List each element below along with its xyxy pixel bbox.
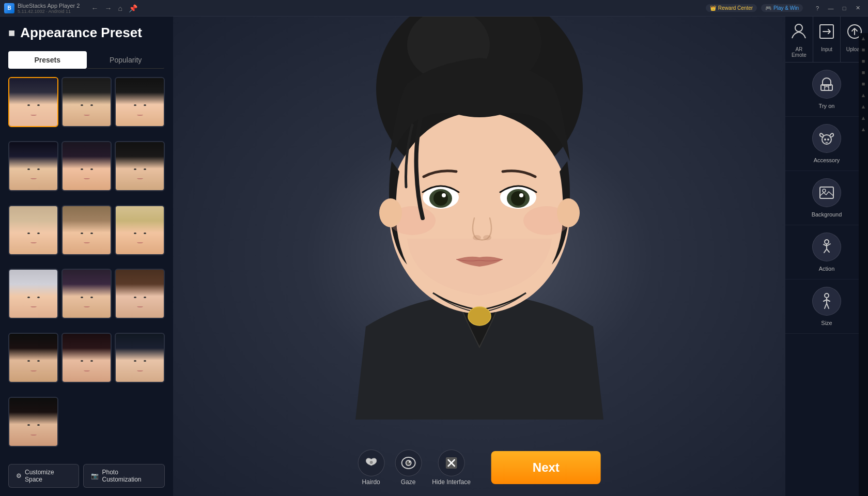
restore-button[interactable]: □ bbox=[838, 4, 850, 13]
svg-point-36 bbox=[827, 138, 829, 141]
svg-point-38 bbox=[823, 189, 826, 192]
play-win-label: Play & Win bbox=[773, 5, 799, 11]
list-item[interactable] bbox=[115, 205, 165, 255]
titlebar-right: 👑 Reward Center 🎮 Play & Win ? — □ ✕ bbox=[706, 4, 864, 13]
nav-home-icon[interactable]: ⌂ bbox=[118, 4, 122, 12]
strip-icon-8: ▲ bbox=[861, 115, 866, 121]
list-item[interactable] bbox=[115, 333, 165, 383]
header-icon: ■ bbox=[8, 26, 15, 40]
nav-forward-icon[interactable]: → bbox=[104, 4, 112, 12]
hairdo-icon bbox=[358, 450, 384, 476]
try-on-label: Try on bbox=[819, 103, 835, 109]
app-title: BlueStacks App Player 2 bbox=[18, 3, 80, 9]
titlebar: B BlueStacks App Player 2 5.11.42.1002 ·… bbox=[0, 0, 868, 17]
titlebar-nav: ← → ⌂ 📌 bbox=[91, 4, 137, 12]
strip-icon-2: ■ bbox=[862, 47, 865, 53]
accessory-icon bbox=[812, 124, 841, 153]
tab-popularity[interactable]: Popularity bbox=[87, 51, 165, 69]
try-on-icon bbox=[812, 70, 841, 99]
hide-interface-icon bbox=[438, 450, 464, 476]
play-icon: 🎮 bbox=[765, 5, 771, 11]
size-button[interactable]: Size bbox=[785, 280, 868, 334]
background-icon bbox=[812, 178, 841, 207]
photo-customization-button[interactable]: 📷 Photo Customization bbox=[83, 464, 165, 488]
svg-point-18 bbox=[557, 198, 580, 227]
reward-label: Reward Center bbox=[718, 5, 753, 11]
next-button[interactable]: Next bbox=[491, 451, 601, 484]
close-button[interactable]: ✕ bbox=[851, 4, 864, 13]
strip-icon-4: ■ bbox=[862, 69, 865, 75]
customize-space-button[interactable]: ⚙ Customize Space bbox=[8, 464, 79, 488]
list-item[interactable] bbox=[61, 141, 112, 191]
list-item[interactable] bbox=[8, 205, 58, 255]
photo-label: Photo Customization bbox=[102, 469, 157, 483]
background-label: Background bbox=[812, 211, 842, 218]
list-item[interactable] bbox=[8, 397, 58, 447]
nav-back-icon[interactable]: ← bbox=[91, 4, 98, 12]
list-item[interactable] bbox=[61, 333, 112, 383]
list-item[interactable] bbox=[8, 141, 58, 191]
list-item[interactable] bbox=[115, 269, 165, 319]
list-item[interactable] bbox=[115, 77, 165, 127]
ar-emote-button[interactable]: AR Emote bbox=[785, 17, 813, 62]
tab-presets[interactable]: Presets bbox=[8, 51, 87, 69]
app-subtitle: 5.11.42.1002 · Android 11 bbox=[18, 9, 80, 14]
minimize-button[interactable]: — bbox=[825, 4, 837, 13]
help-button[interactable]: ? bbox=[811, 4, 824, 13]
svg-point-39 bbox=[825, 240, 829, 244]
top-icons-row: AR Emote Input Upload bbox=[785, 17, 868, 63]
reward-center-button[interactable]: 👑 Reward Center bbox=[706, 4, 757, 12]
size-icon bbox=[812, 287, 841, 316]
page-title: Appearance Preset bbox=[20, 25, 142, 41]
hairdo-button[interactable]: Hairdo bbox=[358, 450, 384, 486]
svg-rect-37 bbox=[820, 187, 833, 198]
svg-point-19 bbox=[468, 307, 491, 326]
gaze-icon bbox=[395, 450, 422, 476]
center-view: Hairdo Gaze bbox=[173, 17, 785, 496]
list-item[interactable] bbox=[61, 77, 112, 127]
try-on-button[interactable]: Try on bbox=[785, 63, 868, 117]
list-item[interactable] bbox=[61, 269, 112, 319]
nav-pin-icon[interactable]: 📌 bbox=[129, 4, 137, 12]
strip-icon-6: ▲ bbox=[861, 92, 866, 98]
reward-icon: 👑 bbox=[710, 5, 716, 11]
right-menu-items: Try on Accessory bbox=[785, 63, 868, 496]
strip-icon-1: ▲ bbox=[861, 35, 866, 41]
svg-point-28 bbox=[795, 24, 802, 32]
svg-point-35 bbox=[824, 138, 826, 141]
svg-point-12 bbox=[519, 193, 523, 197]
svg-point-20 bbox=[369, 461, 373, 464]
background-button[interactable]: Background bbox=[785, 171, 868, 225]
svg-point-14 bbox=[483, 235, 491, 240]
accessory-button[interactable]: Accessory bbox=[785, 117, 868, 171]
svg-point-13 bbox=[473, 235, 481, 240]
character-background bbox=[173, 17, 785, 496]
list-item[interactable] bbox=[8, 269, 58, 319]
character-portrait bbox=[304, 17, 655, 420]
list-item[interactable] bbox=[115, 141, 165, 191]
right-area: AR Emote Input Upload bbox=[785, 17, 868, 496]
list-item[interactable] bbox=[8, 333, 58, 383]
tabs-row: Presets Popularity bbox=[8, 51, 165, 69]
input-label: Input bbox=[821, 47, 832, 52]
gaze-button[interactable]: Gaze bbox=[395, 450, 422, 486]
size-label: Size bbox=[821, 320, 832, 326]
customize-label: Customize Space bbox=[25, 469, 71, 483]
hide-interface-label: Hide Interface bbox=[432, 478, 471, 486]
strip-icon-3: ■ bbox=[862, 58, 865, 64]
strip-icon-5: ■ bbox=[862, 81, 865, 87]
input-button[interactable]: Input bbox=[813, 17, 841, 62]
action-button[interactable]: Action bbox=[785, 225, 868, 280]
hairdo-label: Hairdo bbox=[362, 478, 380, 486]
svg-point-17 bbox=[379, 198, 402, 227]
hide-interface-button[interactable]: Hide Interface bbox=[432, 450, 471, 486]
action-icon bbox=[812, 233, 841, 261]
svg-point-11 bbox=[511, 191, 525, 206]
list-item[interactable] bbox=[61, 205, 112, 255]
svg-point-7 bbox=[433, 191, 448, 206]
list-item[interactable] bbox=[8, 77, 58, 127]
ar-emote-icon bbox=[790, 23, 808, 43]
far-right-strip: ▲ ■ ■ ■ ■ ▲ ▲ ▲ ▲ bbox=[859, 33, 868, 496]
bottom-toolbar: Hairdo Gaze bbox=[358, 450, 601, 486]
play-win-button[interactable]: 🎮 Play & Win bbox=[761, 4, 803, 12]
